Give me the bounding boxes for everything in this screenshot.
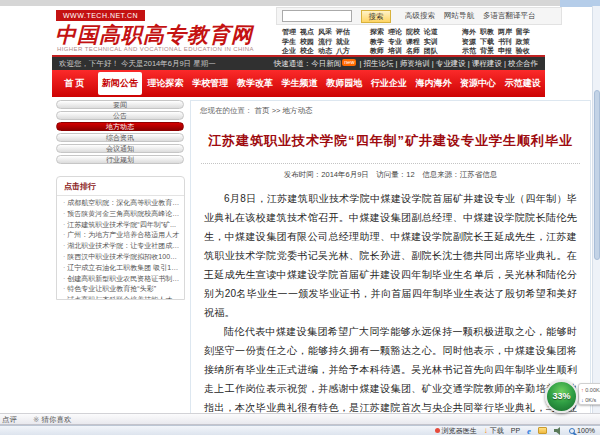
search-band: 搜索 高级搜索 网站导航 多语言翻译平台 [276,7,562,25]
sidebar-item-industry-plan[interactable]: 行业规划 [56,155,184,164]
click-ranking-list: ·成都航空职院：深化高等职业教育改... ·预告陕黄河金三角高职院校高峰论坛..… [57,196,184,300]
welcome-bar: 欢迎您，下午好！ 今天是2014年6月9日 星期一 快速通道：今日新闻new |… [52,57,545,70]
nav-demonstration[interactable]: 示范建设 [500,70,545,97]
nav-student-channel[interactable]: 学生频道 [277,70,322,97]
nav-theory[interactable]: 理论探索 [143,70,188,97]
zoom-level-button[interactable]: 100% [569,427,595,434]
browser-chrome-strip [0,0,600,6]
red-dot-icon [435,428,440,433]
ranking-item[interactable]: ·湖北职业技术学院：让专业社团成为... [63,241,180,252]
nav-resources[interactable]: 资源中心 [456,70,501,97]
ranking-item[interactable]: ·辽宁成立石油化工职教集团 吸引132... [63,263,180,274]
quick-links-row[interactable]: 学生 校园 流行 就业 [282,37,350,47]
nav-overseas[interactable]: 海内海外 [411,70,456,97]
download-button[interactable]: ↓ 下载 [484,426,504,435]
quick-links-row[interactable]: 教学 专业 课程 实训 [370,37,438,47]
quick-links-row[interactable]: 管理 视点 风采 评估 [282,27,350,37]
guess-you-like-button[interactable]: 猜你喜欢 [33,415,71,424]
click-ranking-panel: 点击排行 ·成都航空职院：深化高等职业教育改... ·预告陕黄河金三角高职院校高… [56,176,185,300]
quick-links-col2: 探索 理论 院校 论道 教学 专业 课程 实训 教师 培训 名师 团队 [370,27,438,56]
date-text: 今天是2014年6月9日 星期一 [121,59,216,68]
ranking-item[interactable]: ·特色专业让职业教育抢“头彩” [63,284,180,295]
ranking-item[interactable]: ·创建高职新型职业农民资格证书制度... [63,274,180,285]
ranking-item[interactable]: ·广州：为地方产业培养合格适用人才 [63,230,180,241]
internet-explorer-icon: e [527,426,531,435]
nav-industry[interactable]: 行业企业 [366,70,411,97]
ie-taskbar-button[interactable]: e [527,426,531,435]
download-arrow-icon: ↓ [581,397,584,403]
article-paragraph: 陆伦代表中煤建设集团希望广大同学能够永远保持一颗积极进取之心，能够时刻坚守一份责… [204,322,577,415]
quick-channel-label: 快速通道： [274,59,312,68]
bullet-icon: · [63,210,65,217]
bullet-icon: · [63,264,65,271]
search-input[interactable] [282,10,352,22]
quick-links-row[interactable]: 探索 理论 院校 论道 [370,27,438,37]
breadcrumb: 您现在的位置： 首页 >> 地方动态 [191,101,590,119]
site-map-link[interactable]: 网站导航 [444,11,474,21]
sidebar-item-gonggao[interactable]: 公告 [56,111,184,120]
translate-link[interactable]: 多语言翻译平台 [483,11,536,21]
ranking-item[interactable]: ·陕西汉中职业技术学院拟招收100名... [63,252,180,263]
pp-button[interactable]: PP [511,427,520,434]
taskbar: 浏览器医生 ↓ 下载 PP e 100% [0,425,600,435]
article-paragraph: 6月8日，江苏建筑职业技术学院中煤建设学院首届矿井建设专业（四年制）毕业典礼在该… [204,189,577,322]
quick-links-col1: 管理 视点 风采 评估 学生 校园 流行 就业 企业 校企 动态 八方 [282,27,350,56]
bullet-icon: · [63,296,65,300]
bullet-icon: · [63,221,65,228]
nav-news-active[interactable]: 新闻公告 [98,72,143,95]
scrollbar-track[interactable] [592,6,600,413]
bullet-icon: · [63,231,65,238]
scrollbar-thumb[interactable] [594,90,600,260]
ranking-item[interactable]: ·预告陕黄河金三角高职院校高峰论坛... [63,209,180,220]
greeting-text: 欢迎您，下午好！ [59,59,119,68]
sidebar-item-local-news-active[interactable]: 地方动态 [56,122,184,131]
bullet-icon: · [63,242,65,249]
sidebar-item-zonghe[interactable]: 综合资讯 [56,133,184,142]
title-divider [201,163,580,164]
sidebar-item-yaowen[interactable]: 要闻 [56,100,184,109]
site-logo[interactable]: 中国高职高专教育网 [55,21,253,49]
article-meta: 发布时间：2014年6月9日 访问量：12 信息来源：江苏省信息 [191,170,590,180]
nav-home[interactable]: 首 页 [52,70,97,97]
nav-school-management[interactable]: 学校管理 [188,70,233,97]
memory-percent-widget[interactable]: 33% [545,380,578,413]
folder-icon [538,427,547,434]
nav-teacher-garden[interactable]: 教师园地 [322,70,367,97]
article-title: 江苏建筑职业技术学院“四年制”矿井建设专业学生顺利毕业 [191,132,590,150]
welcome-text: 欢迎您，下午好！ 今天是2014年6月9日 星期一 [59,57,216,70]
volume-button[interactable] [554,427,562,435]
search-links: 高级搜索 网站导航 多语言翻译平台 [405,11,536,21]
quick-links-row[interactable]: 海外 职教 两岸 留学 [462,27,530,37]
ranking-item[interactable]: ·江苏建筑职业技术学院“四年制”矿... [63,220,180,231]
click-ranking-title: 点击排行 [57,177,184,196]
folder-taskbar-button[interactable] [538,427,547,434]
magnifier-icon [569,428,575,434]
quick-channel-other-links[interactable]: | 招生论坛 | 师资培训 | 专业建设 | 课程建设 | 校企合作 [360,59,539,68]
sidebar-item-meeting[interactable]: 会议通知 [56,144,184,153]
new-badge: new [342,59,356,66]
search-button[interactable]: 搜索 [361,10,391,23]
quick-links-col3: 海外 职教 两岸 留学 资源 下载 书刊 政策 示范 背景 申报 验收 [462,27,530,56]
main-nav: 首 页 新闻公告 理论探索 学校管理 教学改革 学生频道 教师园地 行业企业 海… [52,70,545,97]
today-news-link[interactable]: 今日新闻 [311,59,341,68]
speaker-icon [554,427,562,435]
bullet-icon: · [63,285,65,292]
ranking-item[interactable]: ·成都航空职院：深化高等职业教育改... [63,198,180,209]
article-body: 6月8日，江苏建筑职业技术学院中煤建设学院首届矿井建设专业（四年制）毕业典礼在该… [204,189,577,415]
bullet-icon: · [63,253,65,260]
site-logo-subtitle: HIGHER TECHNICAL AND VOCATIONAL EDUCATIO… [57,46,254,52]
upload-speed: 0.00K/s [585,387,600,393]
browser-doctor-button[interactable]: 浏览器医生 [435,426,477,435]
review-button[interactable]: 点评 [2,415,17,424]
nav-teaching-reform[interactable]: 教学改革 [233,70,278,97]
bullet-icon: · [63,275,65,282]
breadcrumb-path[interactable]: 首页 >> 地方动态 [255,106,313,115]
bullet-icon: · [63,199,65,206]
ranking-item[interactable]: ·试点高职与本科联合培养技能人才... [63,295,180,300]
browser-plugin-bar: 点评猜你喜欢 [0,413,600,425]
advanced-search-link[interactable]: 高级搜索 [405,11,435,21]
network-speed-tooltip: ↑ 0.00K/s ↓ 0K/s [578,383,600,405]
breadcrumb-label: 您现在的位置： [200,106,253,115]
site-url-badge[interactable]: WWW.TECH.NET.CN [56,10,145,21]
quick-links-row[interactable]: 资源 下载 书刊 政策 [462,37,530,47]
